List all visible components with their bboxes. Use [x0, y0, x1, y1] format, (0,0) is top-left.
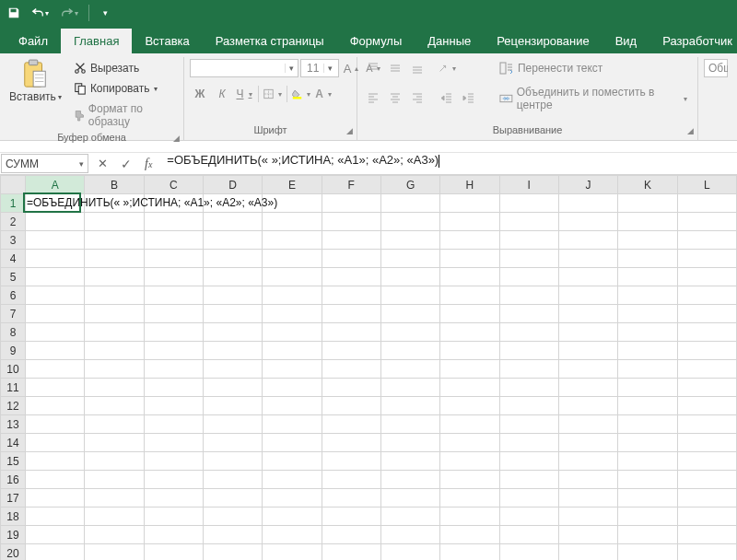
cell[interactable]: [25, 194, 84, 213]
cell[interactable]: [380, 250, 439, 268]
col-header[interactable]: L: [677, 176, 736, 194]
cell[interactable]: [144, 526, 203, 544]
cell[interactable]: [677, 452, 736, 471]
cell[interactable]: [25, 268, 84, 286]
cell[interactable]: [440, 323, 499, 342]
cell[interactable]: [263, 268, 322, 286]
cell[interactable]: [85, 268, 144, 286]
cell[interactable]: [499, 397, 558, 415]
cell[interactable]: [440, 434, 499, 452]
align-right-button[interactable]: [407, 88, 427, 107]
cell[interactable]: [25, 397, 84, 415]
cell[interactable]: [618, 268, 677, 286]
cell[interactable]: [203, 213, 262, 231]
cell[interactable]: [263, 397, 322, 415]
cell[interactable]: [85, 434, 144, 452]
cell[interactable]: [440, 397, 499, 415]
cell[interactable]: [558, 397, 617, 415]
row-header[interactable]: 20: [1, 544, 26, 561]
cell[interactable]: [263, 544, 322, 561]
cell[interactable]: [25, 452, 84, 471]
row-header[interactable]: 13: [1, 415, 26, 434]
cell[interactable]: [618, 360, 677, 379]
cell[interactable]: [499, 434, 558, 452]
col-header[interactable]: B: [85, 176, 144, 194]
cell[interactable]: [25, 231, 84, 250]
cell[interactable]: [677, 250, 736, 268]
cell[interactable]: [499, 286, 558, 305]
cell[interactable]: [25, 544, 84, 561]
col-header[interactable]: F: [322, 176, 380, 194]
cell[interactable]: [144, 250, 203, 268]
cell[interactable]: [380, 305, 439, 323]
row-header[interactable]: 9: [1, 342, 26, 360]
wrap-text-button[interactable]: Перенести текст: [495, 59, 692, 77]
cell[interactable]: [558, 471, 617, 489]
cell[interactable]: [25, 250, 84, 268]
row-header[interactable]: 17: [1, 489, 26, 508]
col-header[interactable]: K: [618, 176, 677, 194]
cell[interactable]: [558, 250, 617, 268]
tab-view[interactable]: Вид: [602, 29, 650, 53]
undo-button[interactable]: ▾: [26, 3, 53, 23]
cell[interactable]: [677, 544, 736, 561]
decrease-indent-button[interactable]: [437, 88, 457, 107]
row-header[interactable]: 12: [1, 397, 26, 415]
cell[interactable]: [144, 471, 203, 489]
cell[interactable]: [499, 305, 558, 323]
cell[interactable]: [322, 544, 380, 561]
cell[interactable]: [558, 231, 617, 250]
cell[interactable]: [558, 305, 617, 323]
cell[interactable]: [677, 360, 736, 379]
cell[interactable]: [499, 508, 558, 526]
cell[interactable]: [263, 286, 322, 305]
cell[interactable]: [25, 286, 84, 305]
align-top-button[interactable]: [363, 59, 383, 77]
cell[interactable]: [25, 360, 84, 379]
tab-insert[interactable]: Вставка: [132, 29, 202, 53]
cell[interactable]: [618, 213, 677, 231]
cell[interactable]: [322, 415, 380, 434]
cell[interactable]: [322, 379, 380, 397]
name-box[interactable]: СУММ ▾: [1, 154, 88, 173]
align-center-button[interactable]: [385, 88, 405, 107]
cell[interactable]: [440, 305, 499, 323]
col-header[interactable]: C: [144, 176, 203, 194]
cell[interactable]: [263, 305, 322, 323]
cell[interactable]: [558, 323, 617, 342]
italic-button[interactable]: К: [212, 85, 232, 103]
cell[interactable]: [25, 489, 84, 508]
cell[interactable]: [85, 213, 144, 231]
bold-button[interactable]: Ж: [190, 85, 210, 103]
cell[interactable]: [380, 415, 439, 434]
cell[interactable]: [263, 452, 322, 471]
merge-center-button[interactable]: Объединить и поместить в центре ▾: [495, 83, 692, 114]
cell[interactable]: [203, 544, 262, 561]
cell[interactable]: [499, 526, 558, 544]
row-header[interactable]: 3: [1, 231, 26, 250]
enter-formula-button[interactable]: ✓: [121, 157, 132, 171]
cell[interactable]: [499, 544, 558, 561]
cell[interactable]: [144, 213, 203, 231]
cell[interactable]: [499, 360, 558, 379]
cell[interactable]: [144, 379, 203, 397]
cell[interactable]: [85, 471, 144, 489]
save-button[interactable]: [4, 3, 24, 23]
orientation-button[interactable]: ▾: [437, 59, 457, 77]
row-header[interactable]: 14: [1, 434, 26, 452]
cell[interactable]: [499, 471, 558, 489]
cell[interactable]: [85, 250, 144, 268]
cell[interactable]: [558, 268, 617, 286]
cell[interactable]: [25, 323, 84, 342]
cell[interactable]: [263, 213, 322, 231]
cell[interactable]: [558, 452, 617, 471]
align-bottom-button[interactable]: [407, 59, 427, 77]
cell[interactable]: [322, 471, 380, 489]
tab-developer[interactable]: Разработчик: [649, 29, 737, 53]
font-name-combo[interactable]: ▾: [190, 59, 298, 77]
font-size-combo[interactable]: 11 ▾: [300, 59, 339, 77]
cell[interactable]: [440, 286, 499, 305]
formula-bar-input[interactable]: =ОБЪЕДИНИТЬ(« »;ИСТИНА; «А1»; «А2»; «А3»…: [161, 153, 737, 174]
cell[interactable]: [322, 194, 380, 213]
cell[interactable]: [203, 434, 262, 452]
